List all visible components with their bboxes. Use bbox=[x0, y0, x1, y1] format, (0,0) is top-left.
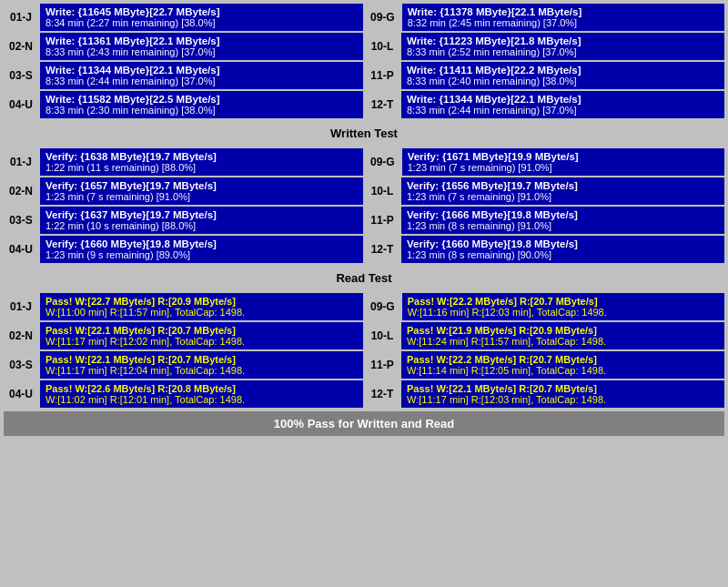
right-label: 12-T bbox=[365, 91, 399, 118]
read-test-header: Read Test bbox=[4, 267, 724, 289]
left-line2: 1:23 min (9 s remaining) [89.0%] bbox=[46, 249, 358, 260]
right-label: 10-L bbox=[365, 177, 399, 205]
left-line2: W:[11:17 min] R:[12:04 min], TotalCap: 1… bbox=[46, 365, 358, 376]
left-label: 04-U bbox=[4, 380, 38, 408]
right-line1: Pass! W:[22.2 MByte/s] R:[20.7 MByte/s] bbox=[408, 296, 719, 307]
left-line2: 1:22 min (11 s remaining) [88.0%] bbox=[46, 162, 358, 173]
right-line2: 1:23 min (8 s remaining) [91.0%] bbox=[407, 220, 719, 231]
left-label: 03-S bbox=[4, 207, 38, 234]
left-cell: Write: {11582 MByte}[22.5 MByte/s] 8:33 … bbox=[40, 91, 363, 118]
left-line1: Pass! W:[22.1 MByte/s] R:[20.7 MByte/s] bbox=[46, 325, 358, 336]
main-container: 01-J Write: {11645 MByte}[22.7 MByte/s] … bbox=[0, 0, 728, 440]
left-label: 02-N bbox=[4, 177, 38, 205]
write-section: 01-J Write: {11645 MByte}[22.7 MByte/s] … bbox=[4, 4, 724, 118]
left-line1: Pass! W:[22.1 MByte/s] R:[20.7 MByte/s] bbox=[46, 354, 358, 365]
left-line1: Pass! W:[22.6 MByte/s] R:[20.8 MByte/s] bbox=[46, 383, 358, 394]
right-cell: Pass! W:[22.1 MByte/s] R:[20.7 MByte/s] … bbox=[401, 380, 724, 408]
left-line2: W:[11:00 min] R:[11:57 min], TotalCap: 1… bbox=[46, 307, 358, 318]
row-pair: 02-N Write: {11361 MByte}[22.1 MByte/s] … bbox=[4, 33, 724, 60]
left-cell: Verify: {1657 MByte}[19.7 MByte/s] 1:23 … bbox=[40, 177, 363, 205]
row-pair: 03-S Pass! W:[22.1 MByte/s] R:[20.7 MByt… bbox=[4, 351, 724, 379]
left-label: 04-U bbox=[4, 236, 38, 263]
right-label: 10-L bbox=[365, 322, 399, 349]
right-line1: Write: {11378 MByte}[22.1 MByte/s] bbox=[408, 6, 719, 17]
right-label: 09-G bbox=[365, 4, 400, 31]
right-line2: 8:33 min (2:44 min remaining) [37.0%] bbox=[407, 105, 719, 116]
right-label: 12-T bbox=[365, 236, 399, 263]
right-label: 09-G bbox=[365, 293, 400, 320]
row-pair: 03-S Verify: {1637 MByte}[19.7 MByte/s] … bbox=[4, 207, 724, 234]
right-line1: Pass! W:[22.1 MByte/s] R:[20.7 MByte/s] bbox=[407, 383, 719, 394]
right-cell: Pass! W:[22.2 MByte/s] R:[20.7 MByte/s] … bbox=[401, 351, 724, 379]
right-line1: Verify: {1656 MByte}[19.7 MByte/s] bbox=[407, 180, 719, 191]
left-line2: 8:34 min (2:27 min remaining) [38.0%] bbox=[46, 17, 358, 28]
left-cell: Pass! W:[22.6 MByte/s] R:[20.8 MByte/s] … bbox=[40, 380, 363, 408]
left-label: 02-N bbox=[4, 322, 38, 349]
left-cell: Pass! W:[22.1 MByte/s] R:[20.7 MByte/s] … bbox=[40, 322, 363, 349]
left-line1: Write: {11582 MByte}[22.5 MByte/s] bbox=[46, 94, 358, 105]
right-cell: Pass! W:[22.2 MByte/s] R:[20.7 MByte/s] … bbox=[402, 293, 724, 320]
left-line2: 1:22 min (10 s remaining) [88.0%] bbox=[46, 220, 358, 231]
left-line2: 8:33 min (2:30 min remaining) [38.0%] bbox=[46, 105, 358, 116]
left-cell: Pass! W:[22.7 MByte/s] R:[20.9 MByte/s] … bbox=[40, 293, 363, 320]
right-label: 11-P bbox=[365, 62, 399, 89]
verify-section: 01-J Verify: {1638 MByte}[19.7 MByte/s] … bbox=[4, 148, 724, 263]
row-pair: 04-U Write: {11582 MByte}[22.5 MByte/s] … bbox=[4, 91, 724, 118]
left-label: 02-N bbox=[4, 33, 38, 60]
right-line2: W:[11:16 min] R:[12:03 min], TotalCap: 1… bbox=[408, 307, 719, 318]
right-cell: Write: {11378 MByte}[22.1 MByte/s] 8:32 … bbox=[402, 4, 724, 31]
left-label: 04-U bbox=[4, 91, 38, 118]
left-cell: Verify: {1637 MByte}[19.7 MByte/s] 1:22 … bbox=[40, 207, 363, 234]
right-line1: Write: {11411 MByte}[22.2 MByte/s] bbox=[407, 65, 719, 76]
left-line2: 8:33 min (2:43 min remaining) [37.0%] bbox=[46, 46, 358, 57]
right-label: 11-P bbox=[365, 207, 399, 234]
left-cell: Verify: {1638 MByte}[19.7 MByte/s] 1:22 … bbox=[40, 148, 363, 176]
right-cell: Write: {11411 MByte}[22.2 MByte/s] 8:33 … bbox=[401, 62, 724, 89]
right-label: 09-G bbox=[365, 148, 400, 176]
right-line2: 1:23 min (7 s remaining) [91.0%] bbox=[407, 191, 719, 202]
right-line2: W:[11:17 min] R:[12:03 min], TotalCap: 1… bbox=[407, 394, 719, 405]
row-pair: 02-N Pass! W:[22.1 MByte/s] R:[20.7 MByt… bbox=[4, 322, 724, 349]
row-pair: 01-J Pass! W:[22.7 MByte/s] R:[20.9 MByt… bbox=[4, 293, 724, 320]
right-line2: 8:32 min (2:45 min remaining) [37.0%] bbox=[408, 17, 719, 28]
left-line1: Pass! W:[22.7 MByte/s] R:[20.9 MByte/s] bbox=[46, 296, 358, 307]
right-line2: W:[11:14 min] R:[12:05 min], TotalCap: 1… bbox=[407, 365, 719, 376]
right-line1: Write: {11223 MByte}[21.8 MByte/s] bbox=[407, 35, 719, 46]
left-line1: Write: {11361 MByte}[22.1 MByte/s] bbox=[46, 35, 358, 46]
left-cell: Verify: {1660 MByte}[19.8 MByte/s] 1:23 … bbox=[40, 236, 363, 263]
right-line2: 8:33 min (2:52 min remaining) [37.0%] bbox=[407, 46, 719, 57]
right-cell: Verify: {1671 MByte}[19.9 MByte/s] 1:23 … bbox=[402, 148, 724, 176]
left-cell: Write: {11645 MByte}[22.7 MByte/s] 8:34 … bbox=[40, 4, 363, 31]
right-line2: 1:23 min (8 s remaining) [90.0%] bbox=[407, 249, 719, 260]
left-line1: Write: {11645 MByte}[22.7 MByte/s] bbox=[46, 6, 358, 17]
left-line2: W:[11:17 min] R:[12:02 min], TotalCap: 1… bbox=[46, 336, 358, 347]
right-cell: Verify: {1656 MByte}[19.7 MByte/s] 1:23 … bbox=[401, 177, 724, 205]
row-pair: 04-U Pass! W:[22.6 MByte/s] R:[20.8 MByt… bbox=[4, 380, 724, 408]
left-line1: Verify: {1637 MByte}[19.7 MByte/s] bbox=[46, 209, 358, 220]
row-pair: 02-N Verify: {1657 MByte}[19.7 MByte/s] … bbox=[4, 177, 724, 205]
read-section: 01-J Pass! W:[22.7 MByte/s] R:[20.9 MByt… bbox=[4, 293, 724, 408]
right-line1: Verify: {1671 MByte}[19.9 MByte/s] bbox=[408, 151, 719, 162]
right-label: 11-P bbox=[365, 351, 399, 379]
left-line2: 1:23 min (7 s remaining) [91.0%] bbox=[46, 191, 358, 202]
left-line1: Write: {11344 MByte}[22.1 MByte/s] bbox=[46, 65, 358, 76]
right-line2: 8:33 min (2:40 min remaining) [38.0%] bbox=[407, 76, 719, 86]
left-line1: Verify: {1638 MByte}[19.7 MByte/s] bbox=[46, 151, 358, 162]
left-cell: Write: {11344 MByte}[22.1 MByte/s] 8:33 … bbox=[40, 62, 363, 89]
left-label: 01-J bbox=[4, 4, 38, 31]
right-label: 10-L bbox=[365, 33, 399, 60]
written-test-header: Written Test bbox=[4, 122, 724, 145]
left-cell: Pass! W:[22.1 MByte/s] R:[20.7 MByte/s] … bbox=[40, 351, 363, 379]
left-cell: Write: {11361 MByte}[22.1 MByte/s] 8:33 … bbox=[40, 33, 363, 60]
left-line2: W:[11:02 min] R:[12:01 min], TotalCap: 1… bbox=[46, 394, 358, 405]
footer-bar: 100% Pass for Written and Read bbox=[4, 411, 724, 436]
left-label: 03-S bbox=[4, 351, 38, 379]
row-pair: 04-U Verify: {1660 MByte}[19.8 MByte/s] … bbox=[4, 236, 724, 263]
left-line1: Verify: {1660 MByte}[19.8 MByte/s] bbox=[46, 238, 358, 249]
right-line1: Write: {11344 MByte}[22.1 MByte/s] bbox=[407, 94, 719, 105]
right-cell: Pass! W:[21.9 MByte/s] R:[20.9 MByte/s] … bbox=[401, 322, 724, 349]
right-line1: Pass! W:[22.2 MByte/s] R:[20.7 MByte/s] bbox=[407, 354, 719, 365]
left-label: 01-J bbox=[4, 293, 38, 320]
right-line2: 1:23 min (7 s remaining) [91.0%] bbox=[408, 162, 719, 173]
right-cell: Verify: {1666 MByte}[19.8 MByte/s] 1:23 … bbox=[401, 207, 724, 234]
